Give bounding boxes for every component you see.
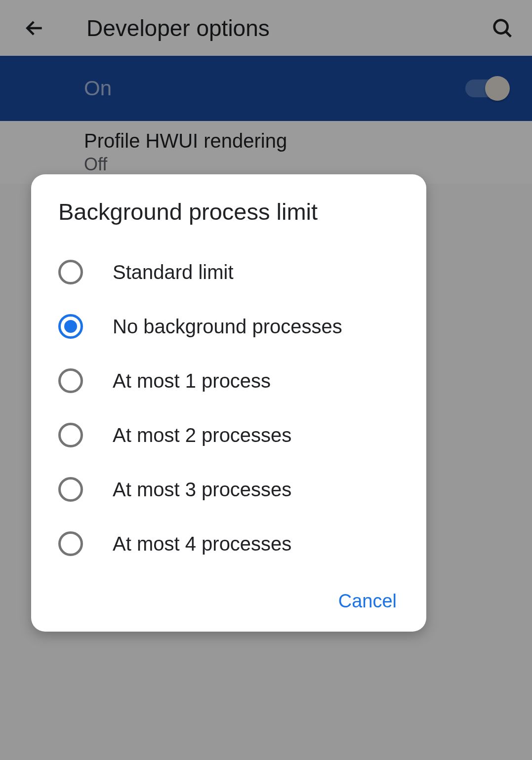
radio-option-at-most-1[interactable]: At most 1 process: [31, 354, 426, 408]
radio-label: At most 4 processes: [113, 533, 291, 555]
radio-label: At most 2 processes: [113, 424, 291, 446]
radio-option-standard[interactable]: Standard limit: [31, 245, 426, 299]
radio-icon-selected: [58, 314, 83, 339]
radio-option-at-most-4[interactable]: At most 4 processes: [31, 517, 426, 571]
radio-icon: [58, 368, 83, 393]
radio-option-at-most-2[interactable]: At most 2 processes: [31, 408, 426, 462]
radio-label: At most 3 processes: [113, 479, 291, 501]
dialog-title: Background process limit: [31, 198, 426, 225]
radio-icon: [58, 423, 83, 447]
radio-label: No background processes: [113, 316, 342, 338]
radio-icon: [58, 531, 83, 556]
radio-icon: [58, 260, 83, 284]
radio-icon: [58, 477, 83, 502]
radio-option-at-most-3[interactable]: At most 3 processes: [31, 462, 426, 517]
radio-option-no-background[interactable]: No background processes: [31, 299, 426, 354]
radio-label: At most 1 process: [113, 370, 271, 392]
dialog-background-process-limit: Background process limit Standard limit …: [31, 174, 426, 632]
cancel-button[interactable]: Cancel: [328, 586, 407, 617]
radio-label: Standard limit: [113, 261, 234, 283]
dialog-actions: Cancel: [31, 571, 426, 617]
